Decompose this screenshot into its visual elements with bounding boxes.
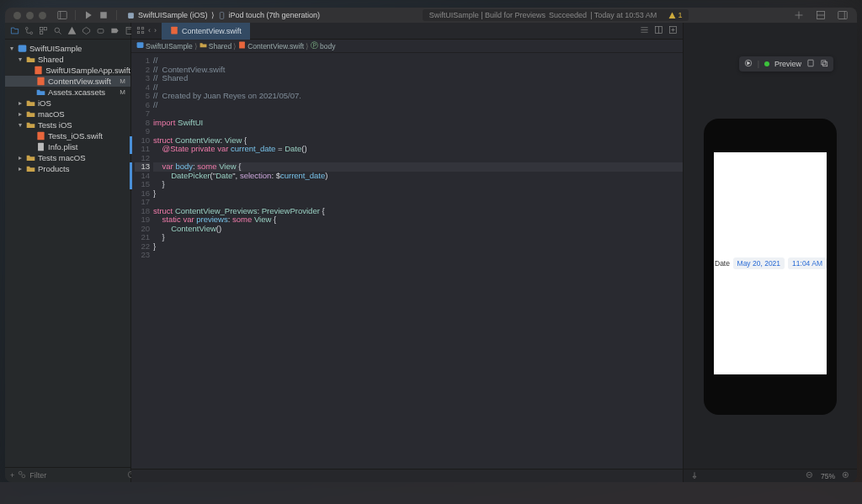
svg-rect-43 <box>137 42 144 48</box>
svg-point-26 <box>19 471 23 475</box>
forward-icon[interactable]: › <box>154 26 157 36</box>
scheme-chevron: ⟩ <box>211 11 215 19</box>
swift-file-icon <box>238 41 246 50</box>
svg-rect-3 <box>128 13 134 19</box>
svg-point-16 <box>55 28 60 33</box>
preview-label: Preview <box>774 60 801 68</box>
device-screen[interactable]: Date May 20, 2021 11:04 AM <box>714 152 827 374</box>
activity-status[interactable]: SwiftUISample | Build for Previews Succe… <box>423 9 689 21</box>
dock[interactable] <box>0 482 862 504</box>
svg-rect-31 <box>141 27 144 29</box>
svg-rect-9 <box>838 12 848 19</box>
svg-rect-44 <box>239 42 245 49</box>
warning-badge[interactable]: 1 <box>668 11 682 19</box>
tree-folder-tests-macos[interactable]: ▸Tests macOS <box>5 152 130 163</box>
tree-file-contentview[interactable]: ContentView.swiftM <box>5 76 130 87</box>
tree-folder-ios[interactable]: ▸iOS <box>5 98 130 109</box>
svg-rect-4 <box>220 12 224 19</box>
svg-rect-14 <box>44 27 46 29</box>
adjust-editor-icon[interactable] <box>654 25 663 36</box>
filter-scope-icon[interactable] <box>18 470 26 480</box>
datepicker-row: Date May 20, 2021 11:04 AM <box>714 257 827 269</box>
navigator-filter-bar: + <box>5 467 130 482</box>
navigator-panel: ▾SwiftUISample ▾Shared SwiftUISampleApp.… <box>5 23 131 482</box>
scheme-selector[interactable]: SwiftUISample (iOS) ⟩ iPod touch (7th ge… <box>127 11 320 19</box>
related-items-icon[interactable] <box>136 26 145 36</box>
tree-file-info-plist[interactable]: Info.plist <box>5 141 130 152</box>
date-pill[interactable]: May 20, 2021 <box>733 257 785 269</box>
svg-point-11 <box>25 27 28 29</box>
property-icon: Ⓟ <box>311 41 318 51</box>
duplicate-preview-icon[interactable] <box>820 59 828 69</box>
tree-folder-products[interactable]: ▸Products <box>5 163 130 174</box>
svg-rect-34 <box>171 26 178 34</box>
pin-preview-icon[interactable] <box>690 471 699 481</box>
tree-file-app[interactable]: SwiftUISampleApp.swift <box>5 65 130 76</box>
svg-rect-23 <box>37 77 44 86</box>
svg-rect-21 <box>19 45 27 51</box>
scheme-app: SwiftUISample (iOS) <box>138 11 208 19</box>
tree-folder-shared[interactable]: ▾Shared <box>5 54 130 65</box>
modified-marker: M <box>120 77 125 85</box>
tree-folder-macos[interactable]: ▸macOS <box>5 109 130 119</box>
folder-icon <box>200 41 207 50</box>
inspector-toggle-icon[interactable] <box>838 10 848 20</box>
back-icon[interactable]: ‹ <box>148 26 151 36</box>
svg-rect-25 <box>38 143 44 151</box>
status-result: Succeeded <box>549 11 587 19</box>
find-nav-icon[interactable] <box>53 24 62 39</box>
svg-rect-32 <box>137 31 140 34</box>
live-preview-icon[interactable] <box>744 59 753 69</box>
svg-rect-15 <box>40 31 42 34</box>
tab-contentview[interactable]: ContentView.swift <box>162 23 250 40</box>
project-tree[interactable]: ▾SwiftUISample ▾Shared SwiftUISampleApp.… <box>5 40 130 467</box>
project-nav-icon[interactable] <box>10 24 19 39</box>
tree-root[interactable]: ▾SwiftUISample <box>5 43 130 54</box>
filter-input[interactable] <box>29 471 124 480</box>
symbol-nav-icon[interactable] <box>39 24 48 39</box>
svg-rect-18 <box>98 29 104 33</box>
zoom-out-icon[interactable] <box>806 471 814 481</box>
status-text: SwiftUISample | Build for Previews <box>429 11 545 19</box>
tree-file-assets[interactable]: Assets.xcassetsM <box>5 87 130 98</box>
editor-area: ‹ › ContentView.swift SwiftUISample⟩ Sha… <box>131 23 683 482</box>
minimize-dot[interactable] <box>26 12 34 19</box>
run-icon[interactable] <box>83 10 93 20</box>
code-content[interactable]: //// ContentView.swift// Shared//// Crea… <box>153 53 683 469</box>
datepicker-label: Date <box>714 259 730 268</box>
sidebar-toggle-icon[interactable] <box>57 10 67 20</box>
source-control-nav-icon[interactable] <box>24 24 34 39</box>
editor-footer <box>131 469 683 482</box>
window-controls[interactable] <box>5 12 55 19</box>
tree-folder-tests-ios[interactable]: ▾Tests iOS <box>5 119 130 130</box>
library-icon[interactable] <box>816 10 826 20</box>
preview-canvas: | Preview Date May 20, 2021 11:04 AM <box>683 23 857 482</box>
breakpoint-nav-icon[interactable] <box>110 24 120 39</box>
svg-rect-46 <box>808 60 813 66</box>
titlebar: SwiftUISample (iOS) ⟩ iPod touch (7th ge… <box>5 8 857 23</box>
tree-file-tests-ios[interactable]: Tests_iOS.swift <box>5 130 130 141</box>
test-nav-icon[interactable] <box>82 24 91 39</box>
time-pill[interactable]: 11:04 AM <box>788 257 827 269</box>
zoom-in-icon[interactable] <box>842 471 850 481</box>
preview-toolbar: | Preview <box>739 56 833 72</box>
debug-nav-icon[interactable] <box>96 24 105 39</box>
close-dot[interactable] <box>13 12 21 19</box>
plus-icon[interactable] <box>794 10 804 20</box>
code-editor[interactable]: 1234567891011121314151617181920212223 //… <box>131 53 683 469</box>
zoom-dot[interactable] <box>39 12 46 19</box>
add-editor-icon[interactable] <box>668 25 678 36</box>
canvas-footer: 75% <box>684 469 857 482</box>
device-frame: Date May 20, 2021 11:04 AM <box>704 119 837 415</box>
stop-icon[interactable] <box>98 10 109 20</box>
editor-options-icon[interactable] <box>640 25 649 36</box>
svg-point-12 <box>30 31 33 34</box>
device-settings-icon[interactable] <box>806 59 815 69</box>
svg-rect-47 <box>822 61 826 65</box>
jump-bar[interactable]: SwiftUISample⟩ Shared⟩ ContentView.swift… <box>131 40 683 53</box>
swift-file-icon <box>170 26 178 36</box>
issue-nav-icon[interactable] <box>67 24 77 39</box>
svg-rect-48 <box>823 62 827 66</box>
add-target-icon[interactable]: + <box>10 471 14 480</box>
zoom-level[interactable]: 75% <box>821 472 835 480</box>
